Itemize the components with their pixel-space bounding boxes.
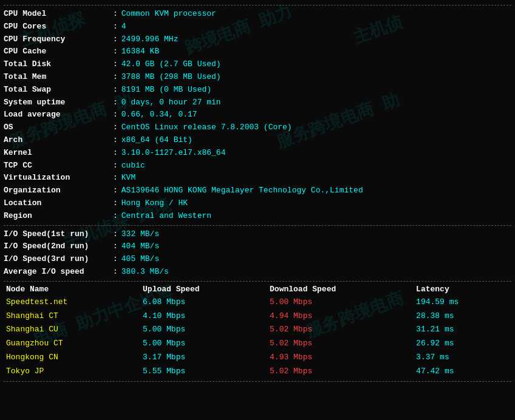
net-latency-3: 26.92 ms [414, 337, 511, 351]
sys-value-8: 0.66, 0.34, 0.17 [121, 109, 197, 121]
sys-value-4: 42.0 GB (2.7 GB Used) [121, 58, 221, 71]
net-download-4: 4.93 Mbps [267, 351, 414, 365]
net-download-0: 5.00 Mbps [267, 296, 414, 310]
colon-16: : [113, 210, 118, 223]
system-info-row: Total Mem:3788 MB (298 MB Used) [4, 71, 511, 84]
system-info-row: CPU Cache:16384 KB [4, 46, 511, 58]
sys-label-9: OS [4, 121, 113, 134]
io-colon-1: : [113, 240, 118, 253]
mid-divider2 [4, 281, 511, 282]
network-table: Node Name Upload Speed Download Speed La… [4, 284, 511, 379]
net-download-1: 4.94 Mbps [267, 310, 414, 323]
sys-label-15: Location [4, 197, 113, 210]
sys-value-2: 2499.996 MHz [121, 33, 179, 46]
system-info-row: Virtualization:KVM [4, 172, 511, 185]
net-download-5: 5.02 Mbps [267, 365, 414, 379]
colon-10: : [113, 134, 118, 147]
system-info-row: Arch:x86_64 (64 Bit) [4, 134, 511, 147]
colon-8: : [113, 109, 118, 121]
net-node-1: Shanghai CT [4, 310, 140, 323]
sys-label-11: Kernel [4, 147, 113, 160]
system-info-row: OS:CentOS Linux release 7.8.2003 (Core) [4, 121, 511, 134]
mid-divider1 [4, 225, 511, 226]
colon-13: : [113, 172, 118, 185]
sys-value-6: 8191 MB (0 MB Used) [121, 84, 211, 97]
io-value-3: 380.3 MB/s [121, 266, 169, 279]
colon-14: : [113, 185, 118, 197]
sys-label-16: Region [4, 210, 113, 223]
io-info-row: I/O Speed(1st run):332 MB/s [4, 228, 511, 241]
net-latency-1: 28.38 ms [414, 310, 511, 323]
sys-value-13: KVM [121, 172, 135, 185]
io-info-row: Average I/O speed:380.3 MB/s [4, 266, 511, 279]
sys-value-7: 0 days, 0 hour 27 min [121, 97, 221, 109]
network-table-row: Speedtest.net 6.08 Mbps 5.00 Mbps 194.59… [4, 296, 511, 310]
net-download-2: 5.02 Mbps [267, 323, 414, 337]
net-node-5: Tokyo JP [4, 365, 140, 379]
sys-label-2: CPU Frequency [4, 33, 113, 46]
net-node-2: Shanghai CU [4, 323, 140, 337]
colon-4: : [113, 58, 118, 71]
sys-label-8: Load average [4, 109, 113, 121]
io-info-row: I/O Speed(2nd run):404 MB/s [4, 240, 511, 253]
colon-2: : [113, 33, 118, 46]
net-upload-1: 4.10 Mbps [140, 310, 267, 323]
system-info-row: Total Disk:42.0 GB (2.7 GB Used) [4, 58, 511, 71]
sys-value-9: CentOS Linux release 7.8.2003 (Core) [121, 121, 292, 134]
system-info-row: Kernel:3.10.0-1127.el7.x86_64 [4, 147, 511, 160]
network-table-row: Shanghai CU 5.00 Mbps 5.02 Mbps 31.21 ms [4, 323, 511, 337]
net-node-0: Speedtest.net [4, 296, 140, 310]
colon-15: : [113, 197, 118, 210]
net-download-3: 5.02 Mbps [267, 337, 414, 351]
net-latency-5: 47.42 ms [414, 365, 511, 379]
sys-value-14: AS139646 HONG KONG Megalayer Technology … [121, 185, 363, 197]
sys-value-15: Hong Kong / HK [121, 197, 188, 210]
io-value-0: 332 MB/s [121, 228, 159, 241]
net-upload-0: 6.08 Mbps [140, 296, 267, 310]
sys-label-10: Arch [4, 134, 113, 147]
network-table-row: Guangzhou CT 5.00 Mbps 5.02 Mbps 26.92 m… [4, 337, 511, 351]
col-header-node: Node Name [4, 284, 140, 296]
io-value-1: 404 MB/s [121, 240, 159, 253]
network-section: Node Name Upload Speed Download Speed La… [4, 284, 511, 379]
sys-label-14: Organization [4, 185, 113, 197]
system-info-row: TCP CC:cubic [4, 160, 511, 172]
sys-value-10: x86_64 (64 Bit) [121, 134, 193, 147]
sys-value-5: 3788 MB (298 MB Used) [121, 71, 221, 84]
sys-label-0: CPU Model [4, 8, 113, 21]
net-node-4: Hongkong CN [4, 351, 140, 365]
sys-value-11: 3.10.0-1127.el7.x86_64 [121, 147, 226, 160]
colon-3: : [113, 46, 118, 58]
system-info-row: System uptime:0 days, 0 hour 27 min [4, 97, 511, 109]
system-info-row: Location:Hong Kong / HK [4, 197, 511, 210]
net-upload-3: 5.00 Mbps [140, 337, 267, 351]
io-label-2: I/O Speed(3rd run) [4, 253, 113, 266]
net-node-3: Guangzhou CT [4, 337, 140, 351]
colon-7: : [113, 97, 118, 109]
io-info-row: I/O Speed(3rd run):405 MB/s [4, 253, 511, 266]
sys-label-13: Virtualization [4, 172, 113, 185]
sys-label-6: Total Swap [4, 84, 113, 97]
sys-value-12: cubic [121, 160, 145, 172]
sys-label-4: Total Disk [4, 58, 113, 71]
network-table-header: Node Name Upload Speed Download Speed La… [4, 284, 511, 296]
io-label-3: Average I/O speed [4, 266, 113, 279]
system-info-row: Organization:AS139646 HONG KONG Megalaye… [4, 185, 511, 197]
system-info-row: CPU Model:Common KVM processor [4, 8, 511, 21]
net-latency-4: 3.37 ms [414, 351, 511, 365]
io-value-2: 405 MB/s [121, 253, 159, 266]
io-speed-section: I/O Speed(1st run):332 MB/sI/O Speed(2nd… [4, 228, 511, 279]
colon-1: : [113, 21, 118, 33]
system-info-section: CPU Model:Common KVM processorCPU Cores:… [4, 8, 511, 223]
bottom-divider [4, 381, 511, 382]
net-upload-2: 5.00 Mbps [140, 323, 267, 337]
io-colon-2: : [113, 253, 118, 266]
system-info-row: CPU Frequency:2499.996 MHz [4, 33, 511, 46]
colon-6: : [113, 84, 118, 97]
sys-label-12: TCP CC [4, 160, 113, 172]
net-upload-5: 5.55 Mbps [140, 365, 267, 379]
system-info-row: Region:Central and Western [4, 210, 511, 223]
col-header-upload: Upload Speed [140, 284, 267, 296]
sys-value-16: Central and Western [121, 210, 211, 223]
top-divider [4, 5, 511, 5]
